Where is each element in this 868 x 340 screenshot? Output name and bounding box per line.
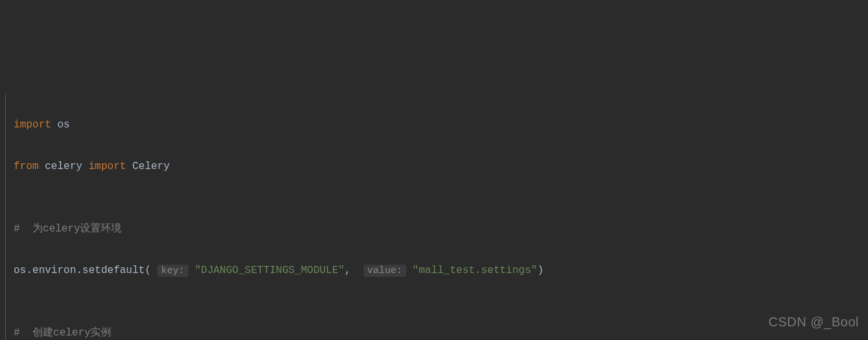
param-hint-value: value:: [363, 265, 406, 277]
keyword-import: import: [14, 119, 51, 131]
param-hint-key: key:: [157, 265, 189, 277]
close-paren: ): [537, 265, 544, 276]
separator: ,: [345, 265, 363, 276]
watermark-text: CSDN @_Bool: [769, 309, 859, 335]
keyword-from: from: [14, 161, 38, 172]
class-celery: Celery: [126, 161, 170, 172]
string-literal: "DJANGO_SETTINGS_MODULE": [189, 265, 345, 276]
code-line: import os: [14, 114, 863, 135]
module-os: os: [51, 119, 70, 131]
code-line: os.environ.setdefault( key: "DJANGO_SETT…: [14, 260, 863, 281]
code-line: from celery import Celery: [14, 156, 863, 177]
comment-line: # 为celery设置环境: [14, 218, 863, 239]
module-celery: celery: [38, 161, 88, 172]
keyword-import: import: [88, 161, 126, 172]
string-literal: "mall_test.settings": [406, 265, 538, 276]
comment-line: # 创建celery实例: [14, 322, 863, 340]
call-setdefault: os.environ.setdefault(: [14, 265, 151, 276]
code-editor[interactable]: import os from celery import Celery # 为c…: [5, 94, 863, 340]
